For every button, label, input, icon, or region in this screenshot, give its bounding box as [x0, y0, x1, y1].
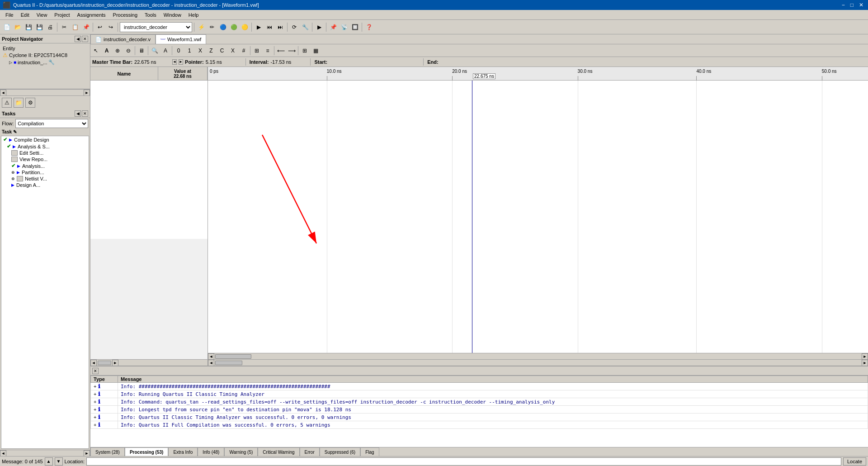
- msg-expand-4[interactable]: +: [94, 414, 96, 420]
- wave-force-1[interactable]: 1: [184, 46, 194, 56]
- msg-tab-error[interactable]: Error: [300, 447, 320, 456]
- tab-waveform[interactable]: 〰 Waveform1.vwf: [156, 34, 206, 44]
- pin-planner-button[interactable]: 📌: [328, 22, 338, 32]
- hscroll-left[interactable]: ◄: [208, 353, 214, 360]
- task-analysis[interactable]: ✔ ▶ Analysis & S...: [1, 143, 89, 150]
- tech-button[interactable]: 🔧: [300, 22, 310, 32]
- undo-button[interactable]: ↩: [95, 22, 105, 32]
- menu-edit[interactable]: Edit: [17, 11, 33, 19]
- title-bar-buttons[interactable]: − □ ✕: [840, 2, 865, 8]
- msg-expand-3[interactable]: +: [94, 407, 96, 412]
- wave-screen-tool[interactable]: 🖥: [137, 46, 146, 56]
- msg-tab-warning[interactable]: Warning (5): [224, 447, 258, 456]
- locate-button[interactable]: Locate: [843, 457, 866, 466]
- maximize-button[interactable]: □: [849, 2, 855, 8]
- task-netlist[interactable]: ⊕ Netlist V...: [1, 176, 89, 182]
- menu-processing[interactable]: Processing: [109, 11, 141, 19]
- msg-tab-system[interactable]: System (28): [90, 447, 125, 456]
- menu-view[interactable]: View: [33, 11, 51, 19]
- menu-help[interactable]: Help: [185, 11, 203, 19]
- hscroll-thumb[interactable]: [215, 354, 251, 359]
- names-scroll-right[interactable]: ►: [112, 360, 118, 366]
- message-row-0[interactable]: +ℹInfo: ################################…: [91, 383, 868, 390]
- task-compile[interactable]: ✔ ▶ Compile Design: [1, 136, 89, 143]
- project-nav-pin[interactable]: ◀: [75, 36, 81, 42]
- msg-tab-critical[interactable]: Critical Warning: [258, 447, 299, 456]
- msg-tab-processing[interactable]: Processing (53): [125, 447, 168, 456]
- wave-snap-btn[interactable]: ⊞: [252, 46, 262, 56]
- chip-editor-button[interactable]: 🔲: [350, 22, 360, 32]
- wave-zoom-tool[interactable]: ⊕: [113, 46, 123, 56]
- message-row-5[interactable]: +ℹInfo: Quartus II Full Compilation was …: [91, 421, 868, 429]
- location-input[interactable]: [86, 457, 841, 466]
- wave-select-tool[interactable]: ↖: [91, 46, 101, 56]
- menu-assignments[interactable]: Assignments: [74, 11, 109, 19]
- new-button[interactable]: 📄: [2, 22, 12, 32]
- task-analysis2[interactable]: ✔ ▶ Analysis...: [1, 162, 89, 169]
- wave-force-c[interactable]: C: [217, 46, 227, 56]
- compile-button[interactable]: 🔵: [218, 22, 228, 32]
- msg-close-x[interactable]: ✕: [92, 368, 99, 374]
- module-item[interactable]: ▷ ■ instruction_... 🔧: [2, 59, 88, 66]
- message-row-2[interactable]: +ℹInfo: Command: quartus_tan --read_sett…: [91, 398, 868, 406]
- fitter-button[interactable]: 🟢: [229, 22, 239, 32]
- paste-button[interactable]: 📌: [81, 22, 91, 32]
- wave-search-tool[interactable]: 🔍: [150, 46, 160, 56]
- stop-button[interactable]: ✏: [207, 22, 217, 32]
- help-button[interactable]: ❓: [364, 22, 374, 32]
- tasks-scroll-right[interactable]: ►: [84, 450, 90, 456]
- flow-dropdown[interactable]: Compilation: [15, 119, 88, 128]
- task-design-assist[interactable]: ▶ Design A...: [1, 182, 89, 188]
- wave-text-tool[interactable]: A: [102, 46, 112, 56]
- start-analysis-button[interactable]: ⚡: [196, 22, 206, 32]
- msg-expand-2[interactable]: +: [94, 399, 96, 404]
- cut-button[interactable]: ✂: [59, 22, 69, 32]
- cyclone-item[interactable]: ⚠ Cyclone II: EP2C5T144C8: [2, 52, 88, 59]
- menu-window[interactable]: Window: [160, 11, 185, 19]
- save-button[interactable]: 💾: [24, 22, 33, 32]
- tasks-scroll-left[interactable]: ◄: [0, 450, 6, 456]
- wave-force-xval[interactable]: X: [228, 46, 238, 56]
- sig-tap-button[interactable]: 📡: [339, 22, 349, 32]
- redo-button[interactable]: ↪: [106, 22, 116, 32]
- master-left-arrow[interactable]: ◄: [172, 59, 177, 65]
- task-view-report[interactable]: View Repo...: [1, 156, 89, 162]
- message-row-1[interactable]: +ℹInfo: Running Quartus II Classic Timin…: [91, 390, 868, 398]
- menu-project[interactable]: Project: [51, 11, 73, 19]
- hscroll-right[interactable]: ►: [862, 353, 868, 360]
- rtl-button[interactable]: ⟳: [289, 22, 299, 32]
- wave-right-btn[interactable]: ⟶: [287, 46, 297, 56]
- task-edit-settings[interactable]: Edit Setti...: [1, 150, 89, 156]
- wave-group-btn[interactable]: ≡: [263, 46, 273, 56]
- names-scroll-left[interactable]: ◄: [90, 360, 97, 366]
- run-button[interactable]: ▶: [314, 22, 324, 32]
- assembler-button[interactable]: 🟡: [240, 22, 250, 32]
- menu-file[interactable]: File: [2, 11, 17, 19]
- msg-expand-5[interactable]: +: [94, 422, 96, 428]
- step-fwd-button[interactable]: ⏭: [275, 22, 285, 32]
- wave-zoom-out[interactable]: ⊖: [123, 46, 133, 56]
- msg-prev-button[interactable]: ▲: [45, 457, 53, 466]
- msg-tab-info[interactable]: Info (48): [198, 447, 224, 456]
- task-partition[interactable]: ⊕ ▶ Partition...: [1, 169, 89, 176]
- close-button[interactable]: ✕: [857, 2, 865, 8]
- wave-force-z[interactable]: Z: [206, 46, 216, 56]
- new-hier-icon[interactable]: 📁: [14, 98, 24, 108]
- tab-verilog[interactable]: 📄 instruction_decoder.v: [90, 34, 156, 44]
- canvas-scroll-left[interactable]: ◄: [208, 360, 214, 366]
- wave-force-x[interactable]: X: [195, 46, 205, 56]
- scroll-right[interactable]: ►: [84, 90, 90, 96]
- tasks-pin[interactable]: ◀: [75, 110, 81, 117]
- wave-canvas[interactable]: 0 ps 10.0 ns 20.0 ns 30.0 ns 40.0 ns 50.…: [208, 67, 868, 359]
- msg-tab-suppressed[interactable]: Suppressed (6): [320, 447, 360, 456]
- save-all-button[interactable]: 💾: [34, 22, 44, 32]
- warning-nav-icon[interactable]: ⚠: [2, 98, 12, 108]
- names-scroll-thumb[interactable]: [98, 361, 111, 365]
- wave-grid-btn[interactable]: ⊞: [300, 46, 310, 56]
- msg-tab-flag[interactable]: Flag: [360, 447, 379, 456]
- print-button[interactable]: 🖨: [45, 22, 55, 32]
- wave-grid2-btn[interactable]: ▦: [311, 46, 321, 56]
- wave-search-a[interactable]: A: [160, 46, 170, 56]
- tasks-close[interactable]: ✕: [82, 110, 88, 117]
- play-button[interactable]: ▶: [254, 22, 264, 32]
